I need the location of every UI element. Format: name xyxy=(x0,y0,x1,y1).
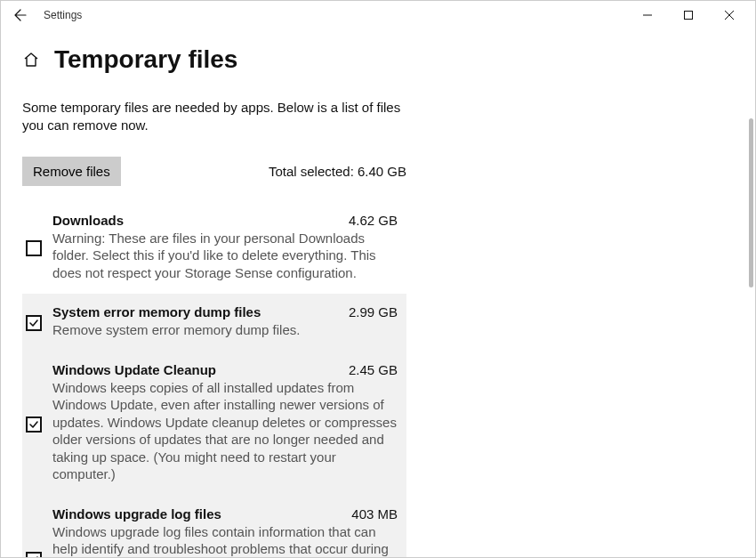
total-selected-label: Total selected: 6.40 GB xyxy=(269,164,406,179)
item-title: Downloads xyxy=(52,213,124,228)
item-header-row: Downloads4.62 GB xyxy=(52,213,398,228)
check-icon xyxy=(28,419,39,430)
intro-text: Some temporary files are needed by apps.… xyxy=(22,99,405,135)
item-text: Downloads4.62 GBWarning: These are files… xyxy=(52,213,398,282)
app-title: Settings xyxy=(44,9,82,21)
minimize-icon xyxy=(643,11,652,20)
file-category-item[interactable]: System error memory dump files2.99 GBRem… xyxy=(22,294,406,352)
titlebar: Settings xyxy=(1,1,755,29)
item-header-row: Windows upgrade log files403 MB xyxy=(52,506,398,522)
check-icon xyxy=(28,318,39,328)
checkbox[interactable] xyxy=(26,552,42,557)
item-title: System error memory dump files xyxy=(52,304,261,319)
item-description: Windows keeps copies of all installed up… xyxy=(52,379,398,483)
item-description: Warning: These are files in your persona… xyxy=(52,230,398,282)
checkbox-column xyxy=(26,506,52,558)
item-title: Windows upgrade log files xyxy=(52,506,221,522)
home-icon[interactable] xyxy=(22,51,40,69)
item-size: 403 MB xyxy=(351,506,398,522)
item-text: System error memory dump files2.99 GBRem… xyxy=(52,304,398,339)
item-text: Windows upgrade log files403 MBWindows u… xyxy=(52,506,398,558)
item-description: Windows upgrade log files contain inform… xyxy=(52,523,398,558)
file-category-item[interactable]: Downloads4.62 GBWarning: These are files… xyxy=(22,202,406,295)
minimize-button[interactable] xyxy=(627,1,668,29)
check-icon xyxy=(28,554,39,557)
file-category-item[interactable]: Windows upgrade log files403 MBWindows u… xyxy=(22,496,406,558)
content-area: Temporary files Some temporary files are… xyxy=(1,29,755,557)
close-button[interactable] xyxy=(709,1,750,29)
page-title: Temporary files xyxy=(54,45,237,74)
window-controls xyxy=(627,1,750,29)
item-size: 2.99 GB xyxy=(349,304,398,319)
checkbox-column xyxy=(26,362,52,483)
scrollbar-thumb[interactable] xyxy=(749,118,753,287)
item-description: Remove system error memory dump files. xyxy=(52,321,398,339)
remove-files-button[interactable]: Remove files xyxy=(22,157,121,186)
toolbar: Remove files Total selected: 6.40 GB xyxy=(22,157,406,186)
item-header-row: System error memory dump files2.99 GB xyxy=(52,304,398,319)
checkbox[interactable] xyxy=(26,315,42,331)
checkbox-column xyxy=(26,213,52,282)
close-icon xyxy=(725,11,734,20)
item-title: Windows Update Cleanup xyxy=(52,362,216,377)
item-header-row: Windows Update Cleanup2.45 GB xyxy=(52,362,398,377)
maximize-button[interactable] xyxy=(668,1,709,29)
file-category-list: Downloads4.62 GBWarning: These are files… xyxy=(22,202,406,558)
file-category-item[interactable]: Windows Update Cleanup2.45 GBWindows kee… xyxy=(22,352,406,496)
scrollbar-track[interactable] xyxy=(746,118,755,555)
item-size: 2.45 GB xyxy=(349,362,398,377)
page-header: Temporary files xyxy=(22,45,734,74)
checkbox[interactable] xyxy=(26,416,42,433)
svg-rect-1 xyxy=(685,12,693,20)
item-text: Windows Update Cleanup2.45 GBWindows kee… xyxy=(52,362,398,483)
arrow-left-icon xyxy=(13,8,28,22)
back-button[interactable] xyxy=(6,1,35,29)
checkbox-column xyxy=(26,304,52,339)
checkbox[interactable] xyxy=(26,240,42,256)
maximize-icon xyxy=(684,11,693,20)
item-size: 4.62 GB xyxy=(349,213,398,228)
